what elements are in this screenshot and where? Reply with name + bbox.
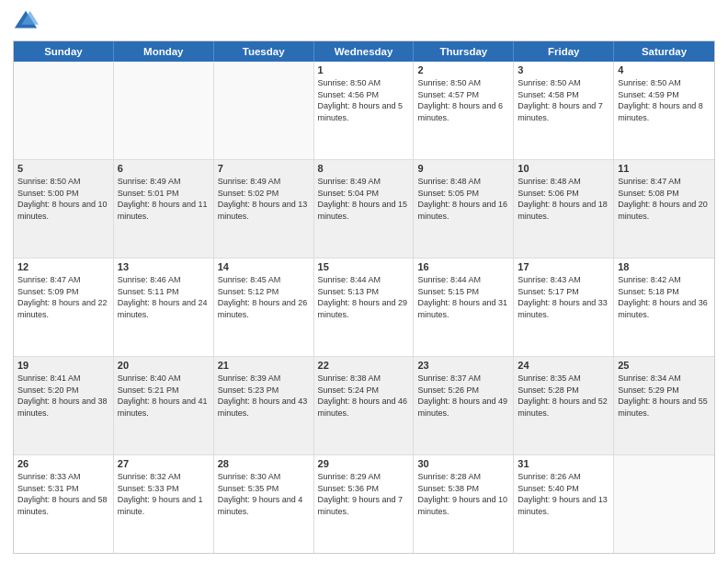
day-number: 1 (318, 64, 410, 75)
calendar-cell: 2 Sunrise: 8:50 AMSunset: 4:57 PMDayligh… (414, 62, 514, 159)
calendar-cell: 16 Sunrise: 8:44 AMSunset: 5:15 PMDaylig… (414, 259, 514, 356)
day-number: 16 (417, 261, 509, 272)
day-number: 17 (518, 261, 609, 272)
day-detail: Sunrise: 8:49 AMSunset: 5:04 PMDaylight:… (318, 176, 410, 222)
calendar-cell: 25 Sunrise: 8:34 AMSunset: 5:29 PMDaylig… (614, 357, 714, 454)
day-number: 7 (218, 163, 310, 174)
day-detail: Sunrise: 8:48 AMSunset: 5:06 PMDaylight:… (518, 176, 609, 222)
day-number: 29 (318, 458, 410, 469)
calendar-cell (214, 62, 314, 159)
day-number: 8 (318, 163, 410, 174)
calendar-cell: 7 Sunrise: 8:49 AMSunset: 5:02 PMDayligh… (214, 160, 314, 258)
calendar-cell: 15 Sunrise: 8:44 AMSunset: 5:13 PMDaylig… (314, 259, 415, 356)
day-detail: Sunrise: 8:42 AMSunset: 5:18 PMDaylight:… (618, 274, 711, 320)
calendar-cell: 1 Sunrise: 8:50 AMSunset: 4:56 PMDayligh… (314, 62, 415, 159)
day-of-week-sunday: Sunday (14, 41, 114, 62)
calendar-cell: 20 Sunrise: 8:40 AMSunset: 5:21 PMDaylig… (114, 357, 214, 454)
day-of-week-tuesday: Tuesday (214, 41, 314, 62)
day-number: 19 (17, 360, 109, 371)
calendar-row-1: 5 Sunrise: 8:50 AMSunset: 5:00 PMDayligh… (14, 160, 714, 259)
calendar-row-0: 1 Sunrise: 8:50 AMSunset: 4:56 PMDayligh… (14, 62, 714, 160)
day-number: 22 (318, 360, 410, 371)
calendar-cell: 27 Sunrise: 8:32 AMSunset: 5:33 PMDaylig… (114, 455, 214, 553)
day-detail: Sunrise: 8:39 AMSunset: 5:23 PMDaylight:… (218, 373, 310, 419)
calendar-cell: 4 Sunrise: 8:50 AMSunset: 4:59 PMDayligh… (614, 62, 714, 159)
calendar-cell: 24 Sunrise: 8:35 AMSunset: 5:28 PMDaylig… (514, 357, 614, 454)
calendar: SundayMondayTuesdayWednesdayThursdayFrid… (13, 40, 715, 554)
day-number: 31 (518, 458, 609, 469)
calendar-row-3: 19 Sunrise: 8:41 AMSunset: 5:20 PMDaylig… (14, 357, 714, 455)
calendar-cell (614, 455, 714, 553)
calendar-cell: 19 Sunrise: 8:41 AMSunset: 5:20 PMDaylig… (14, 357, 114, 454)
calendar-cell: 3 Sunrise: 8:50 AMSunset: 4:58 PMDayligh… (514, 62, 614, 159)
day-detail: Sunrise: 8:34 AMSunset: 5:29 PMDaylight:… (618, 373, 711, 419)
day-detail: Sunrise: 8:30 AMSunset: 5:35 PMDaylight:… (218, 471, 310, 517)
day-of-week-monday: Monday (114, 41, 214, 62)
header (13, 9, 715, 35)
day-number: 14 (218, 261, 310, 272)
day-number: 28 (218, 458, 310, 469)
calendar-cell: 30 Sunrise: 8:28 AMSunset: 5:38 PMDaylig… (414, 455, 514, 553)
day-number: 11 (618, 163, 711, 174)
day-number: 2 (417, 64, 509, 75)
day-number: 6 (118, 163, 210, 174)
day-detail: Sunrise: 8:50 AMSunset: 5:00 PMDaylight:… (17, 176, 109, 222)
day-detail: Sunrise: 8:47 AMSunset: 5:09 PMDaylight:… (17, 274, 109, 320)
day-detail: Sunrise: 8:50 AMSunset: 4:57 PMDaylight:… (417, 77, 509, 123)
day-detail: Sunrise: 8:41 AMSunset: 5:20 PMDaylight:… (17, 373, 109, 419)
calendar-body: 1 Sunrise: 8:50 AMSunset: 4:56 PMDayligh… (14, 62, 714, 553)
day-number: 13 (118, 261, 210, 272)
day-detail: Sunrise: 8:50 AMSunset: 4:56 PMDaylight:… (318, 77, 410, 123)
calendar-cell: 8 Sunrise: 8:49 AMSunset: 5:04 PMDayligh… (314, 160, 415, 258)
day-detail: Sunrise: 8:46 AMSunset: 5:11 PMDaylight:… (118, 274, 210, 320)
calendar-cell: 28 Sunrise: 8:30 AMSunset: 5:35 PMDaylig… (214, 455, 314, 553)
day-number: 3 (518, 64, 609, 75)
calendar-cell: 13 Sunrise: 8:46 AMSunset: 5:11 PMDaylig… (114, 259, 214, 356)
day-detail: Sunrise: 8:44 AMSunset: 5:13 PMDaylight:… (318, 274, 410, 320)
day-number: 30 (417, 458, 509, 469)
day-of-week-saturday: Saturday (614, 41, 714, 62)
day-number: 9 (417, 163, 509, 174)
day-number: 26 (17, 458, 109, 469)
calendar-cell: 17 Sunrise: 8:43 AMSunset: 5:17 PMDaylig… (514, 259, 614, 356)
day-detail: Sunrise: 8:50 AMSunset: 4:58 PMDaylight:… (518, 77, 609, 123)
day-detail: Sunrise: 8:38 AMSunset: 5:24 PMDaylight:… (318, 373, 410, 419)
day-number: 20 (118, 360, 210, 371)
calendar-cell: 23 Sunrise: 8:37 AMSunset: 5:26 PMDaylig… (414, 357, 514, 454)
day-of-week-wednesday: Wednesday (314, 41, 415, 62)
day-number: 10 (518, 163, 609, 174)
day-number: 23 (417, 360, 509, 371)
day-detail: Sunrise: 8:48 AMSunset: 5:05 PMDaylight:… (417, 176, 509, 222)
calendar-cell: 14 Sunrise: 8:45 AMSunset: 5:12 PMDaylig… (214, 259, 314, 356)
day-number: 15 (318, 261, 410, 272)
logo (13, 9, 42, 35)
day-number: 24 (518, 360, 609, 371)
day-detail: Sunrise: 8:47 AMSunset: 5:08 PMDaylight:… (618, 176, 711, 222)
calendar-header: SundayMondayTuesdayWednesdayThursdayFrid… (14, 41, 714, 62)
day-number: 12 (17, 261, 109, 272)
calendar-cell: 31 Sunrise: 8:26 AMSunset: 5:40 PMDaylig… (514, 455, 614, 553)
day-of-week-thursday: Thursday (414, 41, 514, 62)
day-detail: Sunrise: 8:43 AMSunset: 5:17 PMDaylight:… (518, 274, 609, 320)
calendar-row-4: 26 Sunrise: 8:33 AMSunset: 5:31 PMDaylig… (14, 455, 714, 553)
day-number: 27 (118, 458, 210, 469)
day-number: 25 (618, 360, 711, 371)
calendar-cell (14, 62, 114, 159)
page: SundayMondayTuesdayWednesdayThursdayFrid… (0, 0, 728, 563)
day-number: 18 (618, 261, 711, 272)
calendar-cell: 26 Sunrise: 8:33 AMSunset: 5:31 PMDaylig… (14, 455, 114, 553)
calendar-cell: 18 Sunrise: 8:42 AMSunset: 5:18 PMDaylig… (614, 259, 714, 356)
day-detail: Sunrise: 8:40 AMSunset: 5:21 PMDaylight:… (118, 373, 210, 419)
calendar-cell: 6 Sunrise: 8:49 AMSunset: 5:01 PMDayligh… (114, 160, 214, 258)
day-detail: Sunrise: 8:28 AMSunset: 5:38 PMDaylight:… (417, 471, 509, 517)
calendar-row-2: 12 Sunrise: 8:47 AMSunset: 5:09 PMDaylig… (14, 259, 714, 357)
calendar-cell (114, 62, 214, 159)
day-detail: Sunrise: 8:33 AMSunset: 5:31 PMDaylight:… (17, 471, 109, 517)
calendar-cell: 12 Sunrise: 8:47 AMSunset: 5:09 PMDaylig… (14, 259, 114, 356)
calendar-cell: 29 Sunrise: 8:29 AMSunset: 5:36 PMDaylig… (314, 455, 415, 553)
day-number: 21 (218, 360, 310, 371)
day-detail: Sunrise: 8:32 AMSunset: 5:33 PMDaylight:… (118, 471, 210, 517)
day-detail: Sunrise: 8:44 AMSunset: 5:15 PMDaylight:… (417, 274, 509, 320)
day-detail: Sunrise: 8:29 AMSunset: 5:36 PMDaylight:… (318, 471, 410, 517)
calendar-cell: 10 Sunrise: 8:48 AMSunset: 5:06 PMDaylig… (514, 160, 614, 258)
